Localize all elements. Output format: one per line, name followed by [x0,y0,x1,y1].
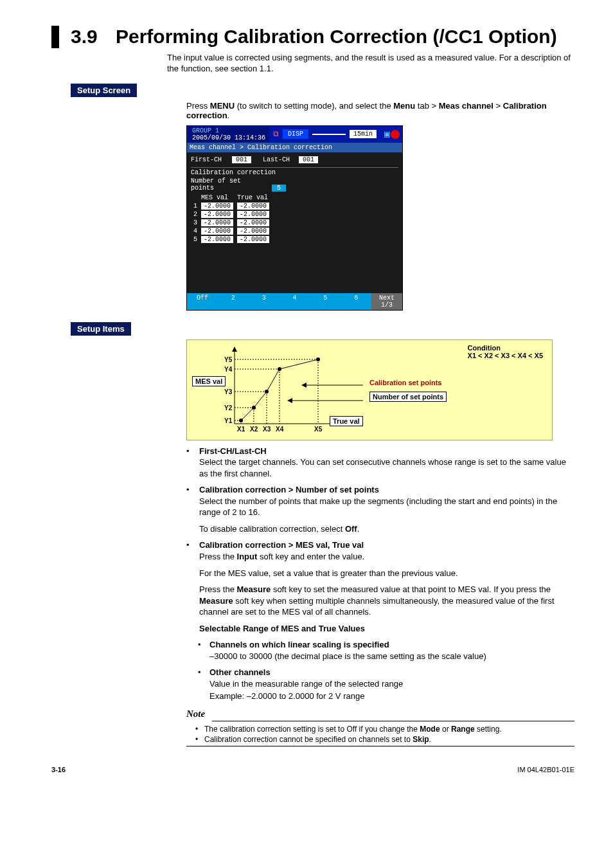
setup-screen-instruction: Press MENU (to switch to setting mode), … [186,101,574,120]
mes-val-label: MES val [192,376,226,386]
ss-disp-value[interactable] [312,134,346,135]
softkey-bar: Off 2 3 4 5 6 Next 1/3 [187,293,402,310]
item-mes-l3: Press the Measure soft key to set the me… [199,584,574,618]
ss-interval[interactable]: 15min [350,130,377,138]
table-row: 5-2.0000-2.0000 [192,236,271,243]
ss-breadcrumb: Meas channel > Calibration correction [187,143,402,152]
nsp-label: Number of set points [191,177,268,192]
softkey-4[interactable]: 4 [280,293,310,310]
table-row: 2-2.0000-2.0000 [192,211,271,218]
table-row: 1-2.0000-2.0000 [192,203,271,210]
other-channels-heading: Other channels [209,667,271,678]
device-screenshot: GROUP 1 2005/09/30 13:14:36 ⧉ DISP 15min… [186,125,403,311]
last-ch-label: Last-CH [263,156,295,163]
other-channels-body2: Example: –2.0000 to 2.0000 for 2 V range [209,691,574,702]
condition-title: Condition [468,344,501,352]
item-nsp-body2: To disable calibration correction, selec… [199,523,574,535]
other-channels-body1: Value in the measurable range of the sel… [209,678,574,690]
svg-text:Y4: Y4 [224,366,233,373]
svg-text:Y1: Y1 [224,417,233,424]
svg-point-15 [252,406,256,410]
first-ch-field[interactable]: 001 [232,156,251,163]
doc-id: IM 04L42B01-01E [517,766,574,773]
svg-point-17 [278,367,281,371]
svg-text:X1: X1 [237,426,245,433]
true-val-label: True val [330,416,363,426]
item-first-heading: First-CH/Last-CH [199,446,267,457]
table-row: 3-2.0000-2.0000 [192,219,271,226]
linear-scaling-body: –30000 to 30000 (the decimal place is th… [209,651,574,662]
page-number: 3-16 [51,766,66,773]
svg-text:X2: X2 [250,426,258,433]
svg-marker-22 [287,398,292,403]
softkey-next[interactable]: Next 1/3 [371,293,402,310]
svg-text:X4: X4 [276,426,284,433]
ss-datetime: 2005/09/30 13:14:36 [192,134,265,141]
table-row: 4-2.0000-2.0000 [192,228,271,235]
svg-marker-1 [232,347,237,352]
intro-text: The input value is corrected using segme… [167,52,574,75]
svg-text:Y2: Y2 [224,404,233,411]
item-mes-l2: For the MES value, set a value that is g… [199,568,574,579]
item-nsp-heading: Calibration correction > Number of set p… [199,484,379,496]
record-icon [391,130,400,139]
calibration-table: MES valTrue val 1-2.0000-2.0000 2-2.0000… [191,193,272,244]
note-2: •Calibration correction cannot be specif… [195,734,574,745]
item-nsp-body1: Select the number of points that make up… [199,496,574,518]
item-first-body: Select the target channels. You can set … [199,457,574,479]
svg-text:X3: X3 [263,426,271,433]
nsp-field[interactable]: 5 [272,185,286,192]
svg-point-18 [316,357,320,361]
camera-icon[interactable]: ▣ [384,129,389,140]
note-heading: Note [186,709,574,719]
softkey-5[interactable]: 5 [310,293,341,310]
network-icon: ⧉ [273,130,279,139]
linear-scaling-heading: Channels on which linear scaling is spec… [209,639,389,651]
item-mes-l1: Press the Input soft key and enter the v… [199,551,574,563]
first-ch-label: First-CH [191,156,228,163]
ss-disp[interactable]: DISP [283,129,308,139]
note-1: •The calibration correction setting is s… [195,724,574,734]
last-ch-field[interactable]: 001 [299,156,318,163]
csp-label: Calibration set points [369,379,441,386]
svg-text:Y3: Y3 [224,388,233,395]
condition-body: X1 < X2 < X3 < X4 < X5 [468,352,543,359]
softkey-3[interactable]: 3 [249,293,280,310]
svg-text:X5: X5 [314,426,323,433]
svg-text:Y5: Y5 [224,356,233,363]
calibration-diagram: Y1 Y2 Y3 Y4 Y5 X1 X2 X3 X4 X5 MES val Tr… [186,339,553,440]
softkey-off[interactable]: Off [187,293,218,310]
svg-marker-20 [301,383,306,388]
softkey-2[interactable]: 2 [218,293,249,310]
ss-group: GROUP 1 [192,127,265,134]
section-number: 3.9 [71,26,116,48]
selectable-range-heading: Selectable Range of MES and True Values [199,623,574,635]
section-title: Performing Calibration Correction (/CC1 … [116,26,557,48]
nsp-label-diagram: Number of set points [369,392,447,402]
softkey-6[interactable]: 6 [341,293,371,310]
cc-box-title: Calibration correction [191,169,276,176]
svg-point-16 [265,390,269,393]
item-mes-heading: Calibration correction > MES val, True v… [199,539,364,551]
svg-point-14 [239,419,243,422]
setup-screen-label: Setup Screen [71,84,137,97]
setup-items-label: Setup Items [71,322,131,336]
